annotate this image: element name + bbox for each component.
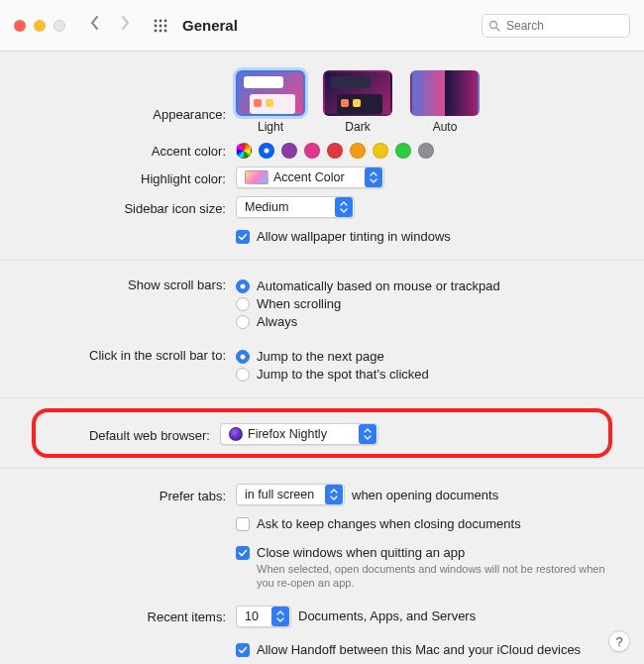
tabs-popup[interactable]: in full screen <box>236 484 345 505</box>
recent-trailing: Documents, Apps, and Servers <box>298 609 476 623</box>
svg-line-10 <box>496 28 499 31</box>
svg-point-9 <box>490 21 497 28</box>
zoom-button[interactable] <box>54 20 65 32</box>
recent-value: 10 <box>237 609 265 623</box>
content: Appearance: Light Dark Auto Accent color… <box>0 52 644 663</box>
help-button[interactable]: ? <box>608 630 630 652</box>
chevron-updown-icon <box>325 485 343 504</box>
scrollclick-label: Click in the scroll bar to: <box>20 344 236 363</box>
browser-popup[interactable]: Firefox Nightly <box>220 423 378 445</box>
chevron-updown-icon <box>365 167 382 187</box>
highlight-value: Accent Color <box>273 170 345 184</box>
chevron-updown-icon <box>335 197 353 217</box>
accent-multicolor[interactable] <box>236 143 252 159</box>
accent-orange[interactable] <box>350 143 366 159</box>
svg-point-4 <box>160 24 162 27</box>
search-icon <box>488 20 500 32</box>
browser-label: Default web browser: <box>36 424 220 443</box>
sidebar-size-label: Sidebar icon size: <box>20 197 236 216</box>
scrollbars-scrolling-radio[interactable]: When scrolling <box>236 296 624 311</box>
ask-keep-label: Ask to keep changes when closing documen… <box>257 516 521 531</box>
sidebar-size-popup[interactable]: Medium <box>236 196 355 218</box>
wallpaper-tint-label: Allow wallpaper tinting in windows <box>257 229 451 244</box>
minimize-button[interactable] <box>34 20 46 32</box>
svg-point-5 <box>164 24 167 27</box>
wallpaper-tint-checkbox[interactable]: Allow wallpaper tinting in windows <box>236 229 624 244</box>
scrollbars-label: Show scroll bars: <box>20 274 236 292</box>
appearance-auto-label: Auto <box>410 120 480 134</box>
forward-button[interactable] <box>115 15 135 36</box>
accent-purple[interactable] <box>281 143 297 159</box>
svg-point-1 <box>160 19 162 22</box>
svg-point-3 <box>155 24 158 27</box>
sidebar-size-value: Medium <box>237 200 294 214</box>
close-windows-help: When selected, open documents and window… <box>257 562 613 591</box>
scrollbars-always-radio[interactable]: Always <box>236 314 624 329</box>
svg-point-6 <box>155 29 158 32</box>
window-controls <box>14 20 65 32</box>
accent-graphite[interactable] <box>418 143 434 159</box>
svg-point-2 <box>164 19 167 22</box>
scrollclick-spot-radio[interactable]: Jump to the spot that's clicked <box>236 367 624 382</box>
tabs-trailing: when opening documents <box>352 488 498 502</box>
toolbar: General <box>0 0 644 52</box>
recent-label: Recent items: <box>20 606 236 624</box>
search-field[interactable] <box>482 14 630 38</box>
handoff-checkbox[interactable]: Allow Handoff between this Mac and your … <box>236 642 624 657</box>
browser-value: Firefox Nightly <box>248 427 327 441</box>
back-button[interactable] <box>85 15 105 36</box>
accent-yellow[interactable] <box>373 143 388 159</box>
accent-blue[interactable] <box>259 143 274 159</box>
highlight-popup[interactable]: Accent Color <box>236 166 384 188</box>
appearance-label: Appearance: <box>20 81 236 122</box>
ask-keep-checkbox[interactable]: Ask to keep changes when closing documen… <box>236 516 624 531</box>
svg-point-0 <box>155 19 158 22</box>
recent-popup[interactable]: 10 <box>236 606 291 627</box>
svg-point-7 <box>160 29 162 32</box>
chevron-updown-icon <box>271 607 289 626</box>
appearance-dark-label: Dark <box>323 120 392 134</box>
close-button[interactable] <box>14 20 26 32</box>
window-title: General <box>182 17 238 34</box>
accent-green[interactable] <box>395 143 411 159</box>
close-windows-label: Close windows when quitting an app <box>257 545 465 560</box>
chevron-updown-icon <box>359 424 376 444</box>
accent-swatches <box>236 143 624 159</box>
default-browser-highlight: Default web browser: Firefox Nightly <box>32 408 612 458</box>
highlight-label: Highlight color: <box>20 167 236 186</box>
accent-pink[interactable] <box>304 143 320 159</box>
appearance-light-label: Light <box>236 120 305 134</box>
accent-label: Accent color: <box>20 140 236 159</box>
appearance-dark[interactable]: Dark <box>323 70 392 134</box>
appearance-light[interactable]: Light <box>236 70 305 134</box>
accent-red[interactable] <box>327 143 343 159</box>
tabs-label: Prefer tabs: <box>20 485 236 503</box>
search-input[interactable] <box>504 18 623 34</box>
appearance-auto[interactable]: Auto <box>410 70 480 134</box>
scrollbars-auto-radio[interactable]: Automatically based on mouse or trackpad <box>236 278 624 293</box>
show-all-icon[interactable] <box>153 18 168 34</box>
close-windows-checkbox[interactable]: Close windows when quitting an app When … <box>236 545 624 591</box>
firefox-nightly-icon <box>229 427 243 441</box>
scrollclick-nextpage-radio[interactable]: Jump to the next page <box>236 349 624 364</box>
svg-point-8 <box>164 29 167 32</box>
handoff-label: Allow Handoff between this Mac and your … <box>257 642 581 657</box>
tabs-value: in full screen <box>237 488 320 501</box>
